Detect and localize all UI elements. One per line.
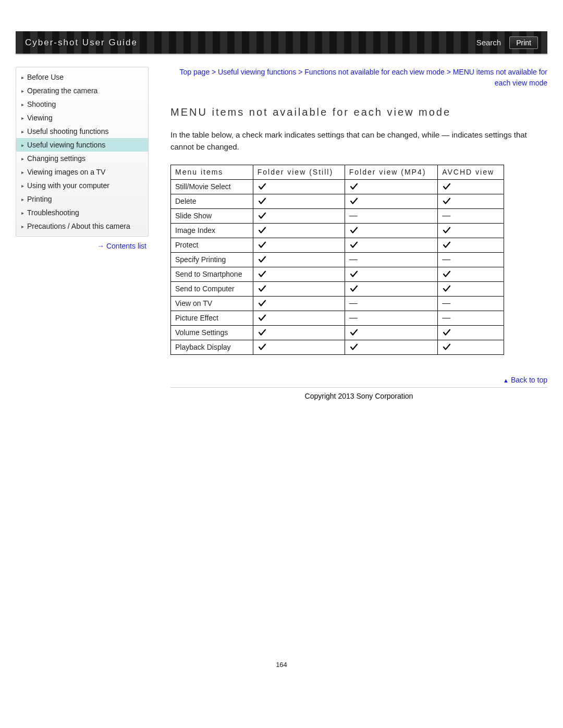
table-row: Picture Effect——	[171, 311, 504, 325]
sidebar-item-label: Using with your computer	[27, 181, 109, 190]
dash-icon: —	[349, 299, 358, 307]
back-to-top-link[interactable]: ▲Back to top	[170, 376, 547, 384]
table-row: Volume Settings	[171, 325, 504, 340]
check-icon	[258, 196, 340, 206]
print-button[interactable]: Print	[509, 36, 538, 49]
check-icon	[442, 328, 499, 337]
contents-list-label: Contents list	[106, 242, 146, 250]
sidebar-item-4[interactable]: ▸Useful shooting functions	[16, 125, 148, 138]
check-icon	[349, 269, 433, 279]
back-to-top-label: Back to top	[511, 376, 547, 384]
check-icon	[442, 284, 499, 293]
cell	[345, 238, 437, 252]
chevron-right-icon: ▸	[21, 156, 24, 162]
check-icon	[258, 284, 340, 293]
cell	[438, 281, 504, 296]
intro-text: In the table below, a check mark indicat…	[170, 129, 547, 153]
chevron-right-icon: ▸	[21, 102, 24, 107]
chevron-right-icon: ▸	[21, 210, 24, 216]
check-icon	[258, 328, 340, 337]
table-row: Image Index	[171, 223, 504, 238]
table-row: Send to Smartphone	[171, 267, 504, 281]
breadcrumb[interactable]: Top page > Useful viewing functions > Fu…	[170, 67, 547, 89]
cell	[438, 340, 504, 354]
sidebar-item-10[interactable]: ▸Troubleshooting	[16, 206, 148, 219]
cell	[253, 208, 345, 223]
search-link[interactable]: Search	[476, 38, 501, 47]
cell: —	[345, 208, 437, 223]
cell	[438, 179, 504, 194]
cell	[253, 340, 345, 354]
dash-icon: —	[349, 255, 358, 264]
check-icon	[442, 269, 499, 279]
row-name: Specify Printing	[171, 252, 253, 267]
cell	[345, 281, 437, 296]
cell: —	[438, 311, 504, 325]
cell	[438, 267, 504, 281]
table-header-2: Folder view (MP4)	[345, 165, 437, 179]
dash-icon: —	[442, 299, 450, 307]
row-name: Picture Effect	[171, 311, 253, 325]
contents-list-link[interactable]: →Contents list	[16, 242, 146, 250]
cell: —	[345, 296, 437, 311]
sidebar-item-label: Troubleshooting	[27, 208, 79, 217]
dash-icon: —	[442, 313, 450, 322]
cell	[345, 223, 437, 238]
cell: —	[438, 252, 504, 267]
sidebar-item-label: Changing settings	[27, 154, 85, 163]
check-icon	[442, 240, 499, 250]
sidebar-item-label: Operating the camera	[27, 87, 97, 95]
dash-icon: —	[349, 313, 358, 322]
chevron-right-icon: ▸	[21, 169, 24, 175]
sidebar-item-9[interactable]: ▸Printing	[16, 192, 148, 206]
sidebar-item-label: Shooting	[27, 100, 56, 108]
check-icon	[442, 226, 499, 235]
chevron-right-icon: ▸	[21, 142, 24, 148]
cell	[345, 194, 437, 208]
check-icon	[349, 328, 433, 337]
cell	[253, 325, 345, 340]
chevron-right-icon: ▸	[21, 88, 24, 94]
row-name: Send to Smartphone	[171, 267, 253, 281]
sidebar-item-label: Printing	[27, 195, 52, 203]
sidebar-item-11[interactable]: ▸Precautions / About this camera	[16, 219, 148, 233]
sidebar-item-6[interactable]: ▸Changing settings	[16, 152, 148, 165]
cell: —	[345, 311, 437, 325]
chevron-right-icon: ▸	[21, 115, 24, 121]
cell	[253, 281, 345, 296]
page-title: Cyber-shot User Guide	[25, 38, 138, 48]
chevron-right-icon: ▸	[21, 75, 24, 80]
cell	[253, 223, 345, 238]
cell	[345, 179, 437, 194]
row-name: Volume Settings	[171, 325, 253, 340]
check-icon	[442, 196, 499, 206]
sidebar-item-7[interactable]: ▸Viewing images on a TV	[16, 165, 148, 179]
check-icon	[349, 182, 433, 191]
table-row: Playback Display	[171, 340, 504, 354]
row-name: View on TV	[171, 296, 253, 311]
sidebar-item-0[interactable]: ▸Before Use	[16, 70, 148, 84]
sidebar-item-label: Before Use	[27, 73, 64, 81]
sidebar-item-5[interactable]: ▸Useful viewing functions	[16, 138, 148, 152]
sidebar-item-label: Precautions / About this camera	[27, 222, 130, 230]
cell: —	[438, 208, 504, 223]
cell	[253, 238, 345, 252]
cell	[253, 311, 345, 325]
cell	[438, 325, 504, 340]
sidebar-item-label: Viewing	[27, 114, 53, 122]
sidebar-item-8[interactable]: ▸Using with your computer	[16, 179, 148, 192]
cell	[345, 340, 437, 354]
sidebar-item-label: Useful viewing functions	[27, 141, 105, 149]
table-row: Still/Movie Select	[171, 179, 504, 194]
sidebar-item-3[interactable]: ▸Viewing	[16, 111, 148, 125]
sidebar-item-2[interactable]: ▸Shooting	[16, 97, 148, 111]
cell	[253, 296, 345, 311]
sidebar-item-label: Useful shooting functions	[27, 127, 108, 135]
check-icon	[349, 240, 433, 250]
sidebar-item-1[interactable]: ▸Operating the camera	[16, 84, 148, 97]
row-name: Image Index	[171, 223, 253, 238]
copyright-text: Copyright 2013 Sony Corporation	[170, 392, 547, 400]
cell	[345, 325, 437, 340]
table-header-0: Menu items	[171, 165, 253, 179]
check-icon	[349, 226, 433, 235]
